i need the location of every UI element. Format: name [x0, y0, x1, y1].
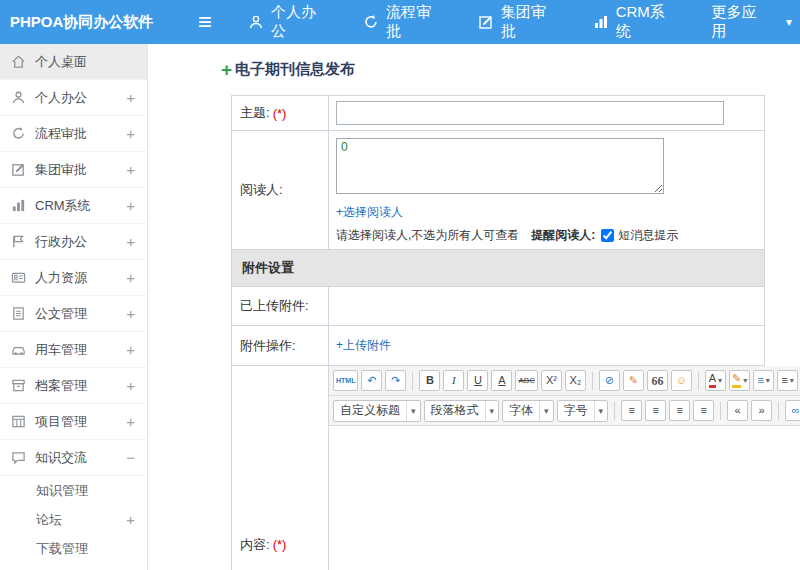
subject-input[interactable] [336, 101, 724, 125]
sidebar-item[interactable]: 论坛 + [0, 505, 147, 534]
align-right-button[interactable]: ≡ [669, 400, 690, 421]
attachment-action-field: +上传附件 [329, 326, 764, 365]
sidebar-item-label: 知识管理 [36, 482, 135, 500]
bullet-list-button[interactable]: ≡▾ [753, 370, 774, 391]
expander-icon[interactable]: + [126, 269, 135, 286]
paragraph-select[interactable]: 段落格式▾ [424, 400, 500, 422]
chevron-down-icon: ▾ [485, 401, 495, 421]
expander-icon[interactable]: + [126, 161, 135, 178]
sidebar-item[interactable]: CRM系统 + [0, 188, 147, 224]
font-underline-button[interactable]: A [491, 370, 512, 391]
font-color-button[interactable]: A▾ [705, 370, 726, 391]
chevron-down-icon: ▾ [718, 376, 722, 385]
top-nav: 个人办公 流程审批 集团审批 CRM系统 更多应用 ▾ [240, 3, 800, 41]
chevron-down-icon: ▾ [766, 376, 770, 385]
sidebar-item-label: 个人桌面 [35, 53, 135, 71]
sidebar-item[interactable]: 流程审批 + [0, 116, 147, 152]
html-source-button-glyph: HTML [336, 377, 355, 384]
expander-icon[interactable]: − [126, 449, 135, 466]
menu-icon[interactable]: ≡ [198, 10, 212, 34]
sidebar-item[interactable]: 下载管理 [0, 534, 147, 563]
sidebar-item[interactable]: 公共文件柜 [0, 563, 147, 570]
align-left-button[interactable]: ≡ [621, 400, 642, 421]
numbered-list-button[interactable]: ≡▾ [777, 370, 798, 391]
outdent-button[interactable]: « [727, 400, 748, 421]
content-row: 内容: (*) HTML↶↷BIUAABCX²X₂⊘✎66☺A▾✎▾≡▾≡▾ 自… [232, 366, 764, 570]
sms-reminder-checkbox[interactable] [601, 229, 614, 242]
expander-icon[interactable]: + [126, 413, 135, 430]
expander-icon[interactable]: + [126, 125, 135, 142]
font-family-select[interactable]: 字体▾ [502, 400, 554, 422]
sidebar-item-icon [11, 198, 26, 213]
subject-row: 主题: (*) [232, 96, 764, 131]
chevron-down-icon[interactable]: ▾ [786, 15, 792, 29]
uploaded-attachments-label-text: 已上传附件: [240, 297, 309, 315]
sidebar-item-icon [11, 54, 26, 69]
upload-attachment-link[interactable]: +上传附件 [336, 338, 391, 352]
nav-item[interactable]: 集团审批 [470, 3, 563, 41]
strikethrough-button[interactable]: ABC [515, 370, 537, 391]
nav-item[interactable]: CRM系统 [585, 3, 682, 41]
remove-format-button[interactable]: ⊘ [599, 370, 620, 391]
nav-item-icon [248, 14, 264, 30]
sidebar-item[interactable]: 行政办公 + [0, 224, 147, 260]
remind-readers-label: 提醒阅读人: [531, 227, 595, 244]
expander-icon[interactable]: + [126, 197, 135, 214]
undo-button[interactable]: ↶ [361, 370, 382, 391]
toolbar-separator [592, 372, 593, 390]
page-title: 电子期刊信息发布 [235, 60, 355, 79]
expander-icon[interactable]: + [126, 377, 135, 394]
top-header: PHPOA协同办公软件 ≡ 个人办公 流程审批 集团审批 CRM系统 更多应 [0, 0, 800, 44]
expander-icon[interactable]: + [126, 233, 135, 250]
html-source-button[interactable]: HTML [333, 370, 358, 391]
emoticon-button[interactable]: ☺ [671, 370, 692, 391]
expander-icon[interactable]: + [126, 511, 135, 528]
main-content: + 电子期刊信息发布 主题: (*) 阅读人: 0 [148, 44, 800, 570]
subscript-button[interactable]: X₂ [565, 370, 586, 391]
nav-item[interactable]: 个人办公 [240, 3, 333, 41]
sidebar-item[interactable]: 知识管理 [0, 476, 147, 505]
sidebar-item-label: 个人办公 [35, 89, 126, 107]
format-painter-button[interactable]: ✎ [623, 370, 644, 391]
editor-content-area[interactable] [329, 426, 800, 570]
font-size-select[interactable]: 字号▾ [557, 400, 609, 422]
heading-select[interactable]: 自定义标题▾ [333, 400, 421, 422]
nav-item[interactable]: 更多应用 ▾ [703, 3, 800, 41]
sidebar-item[interactable]: 档案管理 + [0, 368, 147, 404]
nav-item[interactable]: 流程审批 [355, 3, 448, 41]
sidebar-item[interactable]: 人力资源 + [0, 260, 147, 296]
link-button[interactable]: ∞ [785, 400, 800, 421]
align-justify-button[interactable]: ≡ [693, 400, 714, 421]
sidebar-item[interactable]: 公文管理 + [0, 296, 147, 332]
sidebar-item[interactable]: 集团审批 + [0, 152, 147, 188]
highlight-color-button[interactable]: ✎▾ [729, 370, 750, 391]
sidebar-item-label: 知识交流 [35, 449, 126, 467]
bold-button-glyph: B [426, 375, 434, 386]
sidebar-item[interactable]: 项目管理 + [0, 404, 147, 440]
underline-button[interactable]: U [467, 370, 488, 391]
superscript-button-glyph: X² [546, 375, 557, 386]
expander-icon[interactable]: + [126, 341, 135, 358]
sidebar-item[interactable]: 用车管理 + [0, 332, 147, 368]
sidebar-item[interactable]: 个人办公 + [0, 80, 147, 116]
highlight-color-button-glyph: ✎ [732, 373, 741, 388]
choose-readers-link[interactable]: +选择阅读人 [336, 205, 403, 219]
bold-button[interactable]: B [419, 370, 440, 391]
align-center-button[interactable]: ≡ [645, 400, 666, 421]
sidebar-item-label: 集团审批 [35, 161, 126, 179]
sidebar-item-icon [11, 342, 26, 357]
nav-item-icon [593, 14, 609, 30]
italic-button[interactable]: I [443, 370, 464, 391]
expander-icon[interactable]: + [126, 89, 135, 106]
toolbar-separator [698, 372, 699, 390]
superscript-button[interactable]: X² [541, 370, 562, 391]
sidebar-item[interactable]: 个人桌面 [0, 44, 147, 80]
publish-form: 主题: (*) 阅读人: 0 +选择阅读人 请选择阅读人,不选为所 [231, 95, 765, 570]
sidebar-item[interactable]: 知识交流 − [0, 440, 147, 476]
blockquote-button[interactable]: 66 [647, 370, 668, 391]
sidebar-item-label: 下载管理 [36, 540, 135, 558]
readers-textarea[interactable]: 0 [336, 138, 664, 194]
redo-button[interactable]: ↷ [385, 370, 406, 391]
expander-icon[interactable]: + [126, 305, 135, 322]
indent-button[interactable]: » [751, 400, 772, 421]
